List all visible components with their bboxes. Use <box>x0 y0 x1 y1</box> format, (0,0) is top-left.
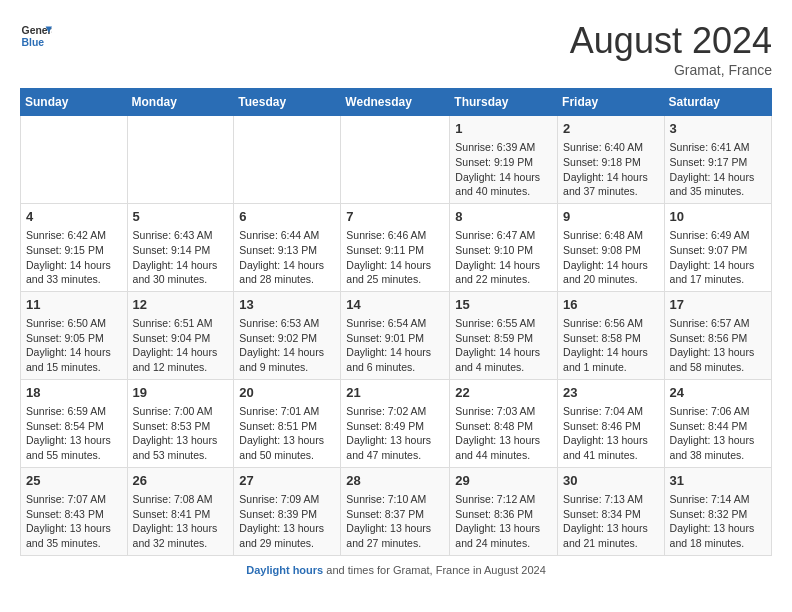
calendar-cell: 31Sunrise: 7:14 AM Sunset: 8:32 PM Dayli… <box>664 467 771 555</box>
calendar-cell: 24Sunrise: 7:06 AM Sunset: 8:44 PM Dayli… <box>664 379 771 467</box>
day-number: 29 <box>455 472 552 490</box>
day-number: 30 <box>563 472 659 490</box>
calendar-cell: 2Sunrise: 6:40 AM Sunset: 9:18 PM Daylig… <box>558 116 665 204</box>
day-number: 21 <box>346 384 444 402</box>
day-info: Sunrise: 6:49 AM Sunset: 9:07 PM Dayligh… <box>670 228 766 287</box>
weekday-header: Monday <box>127 89 234 116</box>
weekday-header: Thursday <box>450 89 558 116</box>
day-number: 2 <box>563 120 659 138</box>
day-number: 15 <box>455 296 552 314</box>
day-number: 7 <box>346 208 444 226</box>
calendar-cell <box>341 116 450 204</box>
month-year-title: August 2024 <box>570 20 772 62</box>
calendar-cell: 1Sunrise: 6:39 AM Sunset: 9:19 PM Daylig… <box>450 116 558 204</box>
weekday-header: Wednesday <box>341 89 450 116</box>
calendar-cell: 11Sunrise: 6:50 AM Sunset: 9:05 PM Dayli… <box>21 291 128 379</box>
calendar-cell: 22Sunrise: 7:03 AM Sunset: 8:48 PM Dayli… <box>450 379 558 467</box>
title-block: August 2024 Gramat, France <box>570 20 772 78</box>
calendar-cell: 16Sunrise: 6:56 AM Sunset: 8:58 PM Dayli… <box>558 291 665 379</box>
calendar-cell: 15Sunrise: 6:55 AM Sunset: 8:59 PM Dayli… <box>450 291 558 379</box>
day-info: Sunrise: 6:41 AM Sunset: 9:17 PM Dayligh… <box>670 140 766 199</box>
day-number: 6 <box>239 208 335 226</box>
calendar-cell <box>21 116 128 204</box>
day-number: 8 <box>455 208 552 226</box>
day-number: 5 <box>133 208 229 226</box>
day-number: 18 <box>26 384 122 402</box>
calendar-cell: 12Sunrise: 6:51 AM Sunset: 9:04 PM Dayli… <box>127 291 234 379</box>
day-info: Sunrise: 7:01 AM Sunset: 8:51 PM Dayligh… <box>239 404 335 463</box>
day-number: 1 <box>455 120 552 138</box>
day-number: 26 <box>133 472 229 490</box>
calendar-cell: 3Sunrise: 6:41 AM Sunset: 9:17 PM Daylig… <box>664 116 771 204</box>
weekday-header-row: SundayMondayTuesdayWednesdayThursdayFrid… <box>21 89 772 116</box>
svg-text:Blue: Blue <box>22 37 45 48</box>
calendar-week-row: 18Sunrise: 6:59 AM Sunset: 8:54 PM Dayli… <box>21 379 772 467</box>
calendar-cell: 25Sunrise: 7:07 AM Sunset: 8:43 PM Dayli… <box>21 467 128 555</box>
day-info: Sunrise: 7:07 AM Sunset: 8:43 PM Dayligh… <box>26 492 122 551</box>
calendar-table: SundayMondayTuesdayWednesdayThursdayFrid… <box>20 88 772 556</box>
day-info: Sunrise: 6:54 AM Sunset: 9:01 PM Dayligh… <box>346 316 444 375</box>
day-number: 9 <box>563 208 659 226</box>
calendar-cell <box>234 116 341 204</box>
calendar-cell: 8Sunrise: 6:47 AM Sunset: 9:10 PM Daylig… <box>450 203 558 291</box>
day-number: 22 <box>455 384 552 402</box>
day-number: 14 <box>346 296 444 314</box>
day-number: 17 <box>670 296 766 314</box>
weekday-header: Saturday <box>664 89 771 116</box>
calendar-cell: 19Sunrise: 7:00 AM Sunset: 8:53 PM Dayli… <box>127 379 234 467</box>
day-info: Sunrise: 6:48 AM Sunset: 9:08 PM Dayligh… <box>563 228 659 287</box>
day-number: 10 <box>670 208 766 226</box>
day-number: 23 <box>563 384 659 402</box>
day-info: Sunrise: 6:59 AM Sunset: 8:54 PM Dayligh… <box>26 404 122 463</box>
calendar-cell: 27Sunrise: 7:09 AM Sunset: 8:39 PM Dayli… <box>234 467 341 555</box>
logo-icon: General Blue <box>20 20 52 52</box>
calendar-cell: 14Sunrise: 6:54 AM Sunset: 9:01 PM Dayli… <box>341 291 450 379</box>
day-number: 31 <box>670 472 766 490</box>
logo: General Blue <box>20 20 52 52</box>
day-info: Sunrise: 7:04 AM Sunset: 8:46 PM Dayligh… <box>563 404 659 463</box>
footer-label: Daylight hours <box>246 564 323 576</box>
page-header: General Blue August 2024 Gramat, France <box>20 20 772 78</box>
calendar-cell: 29Sunrise: 7:12 AM Sunset: 8:36 PM Dayli… <box>450 467 558 555</box>
calendar-cell: 20Sunrise: 7:01 AM Sunset: 8:51 PM Dayli… <box>234 379 341 467</box>
footer-text: and times for Gramat, France in August 2… <box>326 564 546 576</box>
day-number: 13 <box>239 296 335 314</box>
weekday-header: Tuesday <box>234 89 341 116</box>
day-info: Sunrise: 7:00 AM Sunset: 8:53 PM Dayligh… <box>133 404 229 463</box>
calendar-cell: 18Sunrise: 6:59 AM Sunset: 8:54 PM Dayli… <box>21 379 128 467</box>
weekday-header: Friday <box>558 89 665 116</box>
calendar-cell: 28Sunrise: 7:10 AM Sunset: 8:37 PM Dayli… <box>341 467 450 555</box>
day-number: 11 <box>26 296 122 314</box>
day-info: Sunrise: 6:42 AM Sunset: 9:15 PM Dayligh… <box>26 228 122 287</box>
calendar-cell: 10Sunrise: 6:49 AM Sunset: 9:07 PM Dayli… <box>664 203 771 291</box>
day-info: Sunrise: 7:14 AM Sunset: 8:32 PM Dayligh… <box>670 492 766 551</box>
calendar-cell <box>127 116 234 204</box>
day-info: Sunrise: 6:46 AM Sunset: 9:11 PM Dayligh… <box>346 228 444 287</box>
day-info: Sunrise: 7:03 AM Sunset: 8:48 PM Dayligh… <box>455 404 552 463</box>
day-number: 24 <box>670 384 766 402</box>
location-subtitle: Gramat, France <box>570 62 772 78</box>
calendar-cell: 21Sunrise: 7:02 AM Sunset: 8:49 PM Dayli… <box>341 379 450 467</box>
calendar-cell: 9Sunrise: 6:48 AM Sunset: 9:08 PM Daylig… <box>558 203 665 291</box>
day-info: Sunrise: 6:39 AM Sunset: 9:19 PM Dayligh… <box>455 140 552 199</box>
day-info: Sunrise: 7:08 AM Sunset: 8:41 PM Dayligh… <box>133 492 229 551</box>
calendar-cell: 5Sunrise: 6:43 AM Sunset: 9:14 PM Daylig… <box>127 203 234 291</box>
calendar-week-row: 11Sunrise: 6:50 AM Sunset: 9:05 PM Dayli… <box>21 291 772 379</box>
calendar-cell: 17Sunrise: 6:57 AM Sunset: 8:56 PM Dayli… <box>664 291 771 379</box>
day-info: Sunrise: 7:06 AM Sunset: 8:44 PM Dayligh… <box>670 404 766 463</box>
calendar-week-row: 25Sunrise: 7:07 AM Sunset: 8:43 PM Dayli… <box>21 467 772 555</box>
day-info: Sunrise: 6:50 AM Sunset: 9:05 PM Dayligh… <box>26 316 122 375</box>
day-info: Sunrise: 6:53 AM Sunset: 9:02 PM Dayligh… <box>239 316 335 375</box>
day-info: Sunrise: 6:44 AM Sunset: 9:13 PM Dayligh… <box>239 228 335 287</box>
day-number: 27 <box>239 472 335 490</box>
calendar-cell: 30Sunrise: 7:13 AM Sunset: 8:34 PM Dayli… <box>558 467 665 555</box>
day-number: 4 <box>26 208 122 226</box>
day-info: Sunrise: 6:57 AM Sunset: 8:56 PM Dayligh… <box>670 316 766 375</box>
day-info: Sunrise: 6:43 AM Sunset: 9:14 PM Dayligh… <box>133 228 229 287</box>
day-number: 25 <box>26 472 122 490</box>
calendar-week-row: 4Sunrise: 6:42 AM Sunset: 9:15 PM Daylig… <box>21 203 772 291</box>
day-info: Sunrise: 7:12 AM Sunset: 8:36 PM Dayligh… <box>455 492 552 551</box>
day-info: Sunrise: 6:47 AM Sunset: 9:10 PM Dayligh… <box>455 228 552 287</box>
day-number: 3 <box>670 120 766 138</box>
day-info: Sunrise: 7:10 AM Sunset: 8:37 PM Dayligh… <box>346 492 444 551</box>
